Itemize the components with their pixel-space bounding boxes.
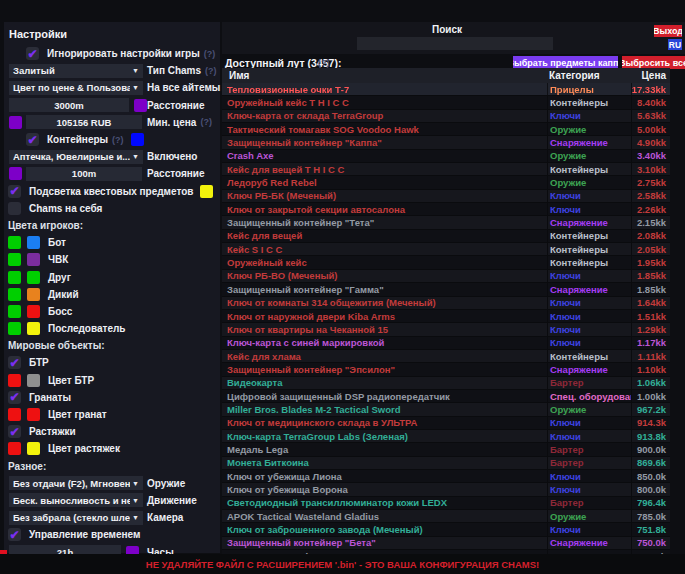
color-swatch[interactable] (27, 253, 40, 266)
settings-row: Бот (4, 234, 220, 251)
loot-row[interactable]: Цифровой защищенный DSP радиопередатчикС… (222, 390, 670, 403)
loot-row[interactable]: Оружейный кейс T H I C CКонтейнеры8.40kk (222, 96, 670, 109)
color-swatch[interactable] (8, 288, 21, 301)
loot-row[interactable]: Ключ от заброшенного завода (Меченый)Клю… (222, 523, 670, 536)
loot-row[interactable]: Защищенный контейнер "Гамма"Снаряжение1.… (222, 283, 670, 296)
loot-row[interactable]: Ключ от квартиры на Чеканной 15Ключи1.29… (222, 323, 670, 336)
loot-row[interactable]: Ледоруб Red RebelОружие2.75kk (222, 176, 670, 189)
loot-row[interactable]: Тактический томагавк SOG Voodoo HawkОруж… (222, 123, 670, 136)
loot-table: Имя Категория Цена Тепловизионные очки Т… (222, 68, 670, 554)
loot-row[interactable]: Ключ РБ-ВО (Меченый)Ключи1.85kk (222, 270, 670, 283)
exit-button[interactable]: Выход (654, 25, 682, 37)
dropdown[interactable]: Без отдачи (F2), Мгновенное п▼ (9, 476, 143, 490)
value-input[interactable]: 105156 RUB (26, 115, 142, 129)
item-price: 4.90kk (631, 136, 670, 148)
color-swatch[interactable] (27, 236, 40, 249)
settings-row: Последователь (4, 320, 220, 337)
loot-row[interactable]: Тепловизионные очки Т-7Прицелы17.33kk (222, 83, 670, 96)
help-icon[interactable]: (?) (205, 66, 217, 76)
item-name: Кейс для вещей T H I C C (222, 164, 547, 175)
loot-row[interactable]: Монета БиткоинаБартер869.6k (222, 457, 670, 470)
loot-row[interactable]: Miller Bros. Blades M-2 Tactical SwordОр… (222, 403, 670, 416)
loot-row[interactable]: Ключ от комнаты 314 общежития (Меченый)К… (222, 297, 670, 310)
checkbox[interactable] (8, 202, 21, 215)
color-swatch[interactable] (8, 322, 21, 335)
loot-row[interactable]: Ключ от убежища ВоронаКлючи800.0k (222, 483, 670, 496)
color-swatch[interactable] (9, 116, 22, 129)
settings-row: Цвет БТР (4, 372, 220, 389)
loot-row[interactable]: Защищенный контейнер "Тета"Снаряжение2.1… (222, 216, 670, 229)
color-swatch[interactable] (134, 99, 147, 112)
color-swatch[interactable] (8, 374, 21, 387)
loot-row[interactable]: APOK Tactical Wasteland GladiusОружие785… (222, 510, 670, 523)
loot-row[interactable]: ВидеокартаБартер1.06kk (222, 377, 670, 390)
language-button[interactable]: RU (668, 39, 682, 50)
color-swatch[interactable] (8, 408, 21, 421)
loot-row[interactable]: Защищенный контейнер "Каппа"Снаряжение4.… (222, 136, 670, 149)
section-label: Цвета игроков: (8, 220, 83, 231)
column-category[interactable]: Категория (547, 70, 631, 81)
color-swatch[interactable] (27, 288, 40, 301)
help-icon[interactable]: (?) (200, 117, 212, 127)
loot-row[interactable]: Ключ от убежища ЛионаКлючи850.0k (222, 470, 670, 483)
loot-row[interactable]: Ключ-карта TerraGroup Labs (Зеленая)Ключ… (222, 430, 670, 443)
search-input[interactable] (357, 37, 553, 50)
loot-row[interactable]: Защищенный контейнер "Эпсилон"Снаряжение… (222, 363, 670, 376)
loot-row[interactable]: Кейс для хламаКонтейнеры1.11kk (222, 350, 670, 363)
loot-row[interactable]: Ключ РБ-БК (Меченый)Ключи2.58kk (222, 190, 670, 203)
loot-row[interactable]: Ключ-карта с синей маркировкойКлючи1.17k… (222, 337, 670, 350)
color-swatch[interactable] (9, 167, 22, 180)
item-price: 1.85kk (631, 283, 670, 295)
loot-row[interactable]: Ключ от медицинского склада в УЛЬТРАКлюч… (222, 417, 670, 430)
column-name[interactable]: Имя (222, 70, 547, 81)
checkbox[interactable]: ✔ (8, 528, 21, 541)
color-swatch[interactable] (27, 271, 40, 284)
color-swatch[interactable] (27, 322, 40, 335)
color-swatch[interactable] (27, 305, 40, 318)
color-swatch[interactable] (200, 185, 213, 198)
checkbox[interactable]: ✔ (8, 391, 21, 404)
loot-row[interactable]: Защищенный контейнер "Бета"Снаряжение750… (222, 537, 670, 550)
help-icon[interactable]: (?) (204, 49, 216, 59)
loot-row[interactable]: Кейс для вещей T H I C CКонтейнеры3.10kk (222, 163, 670, 176)
item-category: Ключи (547, 310, 631, 322)
help-icon[interactable]: (?) (112, 135, 124, 145)
checkbox[interactable]: ✔ (26, 133, 39, 146)
loot-row[interactable]: Кейс для вещейКонтейнеры2.08kk (222, 230, 670, 243)
color-swatch[interactable] (8, 271, 21, 284)
loot-row[interactable]: Ключ от закрытой секции автосалонаКлючи2… (222, 203, 670, 216)
loot-row[interactable]: Ключ от наружной двери Kiba ArmsКлючи1.5… (222, 310, 670, 323)
dropdown[interactable]: Аптечка, Ювелирные и...▼ (9, 150, 143, 164)
item-name: Тактический томагавк SOG Voodoo Hawk (222, 124, 547, 135)
chevron-down-icon: ▼ (132, 497, 139, 504)
dropdown[interactable]: Беск. выносливость и нет уста▼ (9, 493, 143, 507)
loot-help-icon[interactable]: (?) (318, 58, 330, 68)
loot-row[interactable]: Ключ-карта от склада TerraGroupКлючи5.63… (222, 110, 670, 123)
color-swatch[interactable] (27, 408, 40, 421)
column-price[interactable]: Цена (631, 70, 670, 81)
loot-row[interactable]: Светодиодный трансиллюминатор кожи LEDXБ… (222, 497, 670, 510)
loot-row[interactable]: Crash AxeОружие3.40kk (222, 150, 670, 163)
checkbox[interactable]: ✔ (8, 425, 21, 438)
checkbox[interactable]: ✔ (8, 356, 21, 369)
loot-row[interactable]: Медаль LegaБартер900.0k (222, 443, 670, 456)
value-input[interactable]: 3000m (9, 98, 129, 112)
dropdown[interactable]: Без забрала (стекло шлема)▼ (9, 511, 143, 525)
dropdown[interactable]: Цвет по цене & Пользователь▼ (9, 81, 143, 95)
color-swatch[interactable] (27, 374, 40, 387)
item-name: Ключ-карта от склада TerraGroup (222, 110, 547, 121)
loot-row[interactable]: Кейс S I C CКонтейнеры2.05kk (222, 243, 670, 256)
value-input[interactable]: 100m (26, 167, 142, 181)
color-swatch[interactable] (8, 236, 21, 249)
color-swatch[interactable] (8, 253, 21, 266)
item-price: 914.3k (631, 417, 670, 429)
color-swatch[interactable] (131, 133, 144, 146)
settings-row: Без забрала (стекло шлема)▼Камера (4, 509, 220, 526)
loot-row[interactable]: Оружейный кейсКонтейнеры1.95kk (222, 256, 670, 269)
color-swatch[interactable] (8, 305, 21, 318)
dropdown[interactable]: Залитый▼ (9, 64, 143, 78)
color-swatch[interactable] (8, 442, 21, 455)
checkbox[interactable]: ✔ (26, 47, 39, 60)
checkbox[interactable]: ✔ (8, 185, 21, 198)
color-swatch[interactable] (27, 442, 40, 455)
